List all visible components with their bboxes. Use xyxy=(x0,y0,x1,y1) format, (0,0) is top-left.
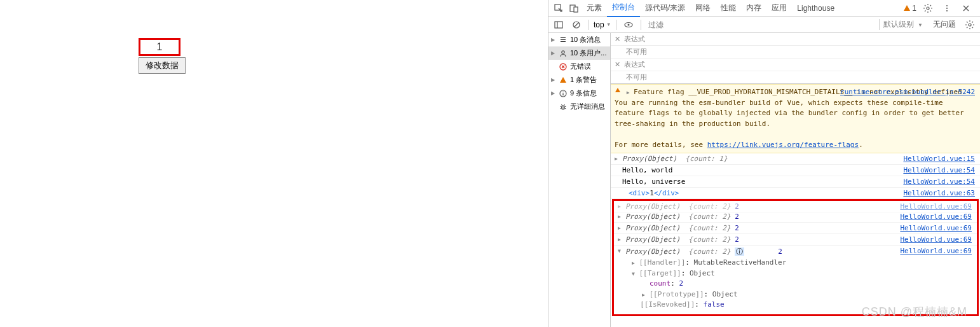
console-warning[interactable]: ▶ Feature flag __VUE_PROD_HYDRATION_MISM… xyxy=(611,84,980,153)
chevron-down-icon: ▼ xyxy=(918,22,923,28)
clear-console-icon[interactable] xyxy=(571,19,582,31)
warning-triangle-icon xyxy=(615,87,621,94)
warning-counter[interactable]: 1 xyxy=(903,4,916,13)
svg-point-3 xyxy=(927,7,929,10)
source-link[interactable]: HelloWorld.vue:63 xyxy=(903,189,975,197)
tab-lighthouse[interactable]: Lighthouse xyxy=(792,1,840,16)
list-icon: ☰ xyxy=(559,36,568,45)
source-link[interactable]: HelloWorld.vue:54 xyxy=(903,177,975,186)
sidebar-errors[interactable]: 无错误 xyxy=(548,60,610,73)
collapse-arrow-icon[interactable]: ▼ xyxy=(618,248,621,254)
svg-point-12 xyxy=(627,24,629,25)
remove-watch-icon[interactable]: ✕ xyxy=(615,35,620,43)
expand-arrow-icon[interactable]: ▶ xyxy=(618,214,621,219)
source-link[interactable]: runtime-core.esm-bundler.js:5242 xyxy=(840,87,975,98)
context-selector[interactable]: top ▼ xyxy=(594,20,611,29)
user-icon xyxy=(559,49,568,58)
info-badge-icon: ⓘ xyxy=(735,247,744,256)
expand-arrow-icon: ▶ xyxy=(551,77,556,83)
source-link[interactable]: HelloWorld.vue:15 xyxy=(903,155,975,163)
modify-data-button[interactable]: 修改数据 xyxy=(139,57,186,74)
svg-rect-7 xyxy=(555,22,562,28)
sidebar-verbose[interactable]: 无详细消息 xyxy=(548,100,610,113)
tab-network[interactable]: 网络 xyxy=(690,0,716,17)
tab-sources[interactable]: 源代码/来源 xyxy=(640,0,690,17)
filter-input[interactable] xyxy=(646,19,876,31)
sidebar-user-messages[interactable]: ▶ 10 条用户... xyxy=(548,46,610,60)
source-link[interactable]: HelloWorld.vue:69 xyxy=(900,202,972,211)
devtools-panel: 元素 控制台 源代码/来源 网络 性能 内存 应用 Lighthouse 1 t… xyxy=(548,0,980,327)
source-link[interactable]: HelloWorld.vue:69 xyxy=(900,212,972,221)
watch-result: 不可用 xyxy=(611,46,980,59)
expand-arrow-icon[interactable]: ▶ xyxy=(615,156,618,162)
inspect-icon[interactable] xyxy=(553,3,564,14)
warning-icon xyxy=(559,76,568,85)
device-icon[interactable] xyxy=(568,3,580,14)
feature-flags-link[interactable]: https://link.vuejs.org/feature-flags xyxy=(707,141,859,149)
svg-point-6 xyxy=(946,10,948,11)
tab-memory[interactable]: 内存 xyxy=(741,0,766,17)
svg-line-10 xyxy=(575,22,579,27)
console-toolbar: top ▼ 默认级别 ▼ 无问题 xyxy=(548,17,980,33)
svg-point-13 xyxy=(969,24,971,26)
object-property[interactable]: ▼ [[Target]]: Object xyxy=(632,268,977,279)
console-output: ✕ 表达式 不可用 ✕ 表达式 不可用 ▶ Feature flag __VUE… xyxy=(611,33,980,327)
object-property[interactable]: [[IsRevoked]]: false xyxy=(632,300,977,310)
source-link[interactable]: HelloWorld.vue:69 xyxy=(900,224,972,232)
more-icon[interactable] xyxy=(941,3,953,14)
close-icon[interactable] xyxy=(960,3,972,14)
source-link[interactable]: HelloWorld.vue:54 xyxy=(903,166,975,174)
log-level-selector[interactable]: 默认级别 ▼ xyxy=(879,19,927,30)
expand-arrow-icon: ▶ xyxy=(551,90,556,96)
svg-point-14 xyxy=(562,50,564,53)
watch-expression-row[interactable]: ✕ 表达式 xyxy=(611,59,980,71)
settings-icon[interactable] xyxy=(922,3,934,14)
console-settings-icon[interactable] xyxy=(964,19,976,31)
sidebar-info[interactable]: ▶ 9 条信息 xyxy=(548,87,610,100)
svg-point-17 xyxy=(562,91,564,92)
bug-icon xyxy=(559,102,568,111)
console-sidebar: ▶ ☰ 10 条消息 ▶ 10 条用户... 无错误 ▶ 1 条警告 ▶ xyxy=(548,33,611,327)
expand-arrow-icon[interactable]: ▶ xyxy=(618,225,621,231)
svg-point-5 xyxy=(946,8,948,9)
source-link[interactable]: HelloWorld.vue:69 xyxy=(900,235,972,244)
log-row[interactable]: ▶ Proxy(Object) {count: 2} 2 HelloWorld.… xyxy=(614,234,977,246)
object-property[interactable]: count: 2 xyxy=(632,279,977,289)
tab-elements[interactable]: 元素 xyxy=(582,0,607,17)
log-row[interactable]: Hello, world HelloWorld.vue:54 xyxy=(611,165,980,176)
watch-result: 不可用 xyxy=(611,71,980,84)
counter-display: 1 xyxy=(139,38,180,56)
chevron-down-icon: ▼ xyxy=(606,22,611,27)
source-link[interactable]: HelloWorld.vue:69 xyxy=(900,247,972,255)
log-row[interactable]: <div>1</div> HelloWorld.vue:63 xyxy=(611,188,980,199)
issues-counter[interactable]: 无问题 xyxy=(929,19,960,30)
expand-arrow-icon[interactable]: ▶ xyxy=(618,237,621,242)
error-icon xyxy=(559,62,568,71)
log-row[interactable]: ▶ Proxy(Object) {count: 1} HelloWorld.vu… xyxy=(611,153,980,165)
log-row-expanded[interactable]: ▼ Proxy(Object) {count: 2} ⓘ 2 HelloWorl… xyxy=(614,246,977,258)
expand-arrow-icon: ▶ xyxy=(551,50,556,56)
expand-arrow-icon[interactable]: ▶ xyxy=(618,204,621,209)
log-row[interactable]: ▶ Proxy(Object) {count: 2} 2 HelloWorld.… xyxy=(614,223,977,234)
live-expression-icon[interactable] xyxy=(623,19,634,31)
remove-watch-icon[interactable]: ✕ xyxy=(615,60,620,69)
app-viewport: 1 修改数据 xyxy=(0,0,547,327)
log-row[interactable]: Hello, universe HelloWorld.vue:54 xyxy=(611,176,980,188)
sidebar-warnings[interactable]: ▶ 1 条警告 xyxy=(548,73,610,87)
warning-triangle-icon xyxy=(903,4,911,12)
tab-console[interactable]: 控制台 xyxy=(607,0,640,17)
tab-performance[interactable]: 性能 xyxy=(716,0,741,17)
watch-expression-row[interactable]: ✕ 表达式 xyxy=(611,33,980,46)
info-icon xyxy=(559,89,568,98)
sidebar-messages[interactable]: ▶ ☰ 10 条消息 xyxy=(548,33,610,46)
devtools-tabs: 元素 控制台 源代码/来源 网络 性能 内存 应用 Lighthouse 1 xyxy=(548,0,980,17)
svg-point-4 xyxy=(946,5,948,6)
object-property[interactable]: ▶ [[Handler]]: MutableReactiveHandler xyxy=(632,258,977,268)
expanded-object: ▶ [[Handler]]: MutableReactiveHandler ▼ … xyxy=(614,258,977,310)
sidebar-toggle-icon[interactable] xyxy=(553,19,564,31)
object-property[interactable]: ▶ [[Prototype]]: Object xyxy=(632,289,977,300)
expand-arrow-icon[interactable]: ▶ xyxy=(627,90,630,95)
log-row[interactable]: ▶ Proxy(Object) {count: 2} 2 HelloWorld.… xyxy=(614,211,977,223)
console-body: ▶ ☰ 10 条消息 ▶ 10 条用户... 无错误 ▶ 1 条警告 ▶ xyxy=(548,33,980,327)
tab-application[interactable]: 应用 xyxy=(766,0,792,17)
